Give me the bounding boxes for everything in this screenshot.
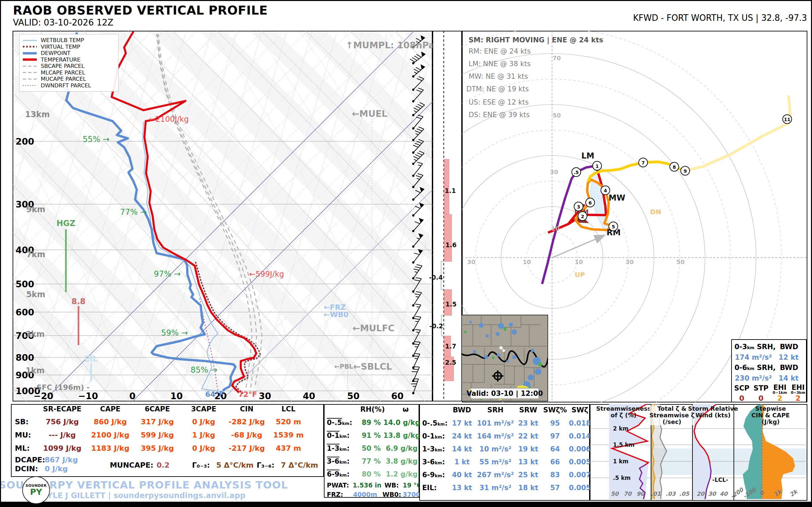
p2-x-tick: .05 bbox=[679, 491, 689, 497]
legend-item: WETBULB TEMP bbox=[23, 37, 115, 44]
kin-cell: 267 m²/s² bbox=[477, 471, 514, 479]
hodo-marker: 2 bbox=[578, 212, 588, 221]
srh6-bwd-header: BWD bbox=[780, 364, 798, 372]
hodo-marker: 6 bbox=[586, 198, 595, 208]
virtual-temp-line-icon bbox=[23, 45, 37, 48]
wetbulb-line-icon bbox=[23, 39, 37, 42]
mulfc-label: ←MULFC bbox=[353, 323, 395, 333]
storm-motion-main: SM: RIGHT MOVING | ENE @ 24 kts bbox=[469, 36, 603, 44]
thermo-cell: 520 m bbox=[276, 418, 301, 426]
sfc-temp-value: 72°F bbox=[239, 390, 257, 398]
pressure-tick: 500 bbox=[15, 279, 34, 289]
kin-cell: 0.005 bbox=[569, 484, 591, 492]
rh-header: RH(%) bbox=[360, 405, 385, 413]
storm-motion-line: RM: ENE @ 24 kts bbox=[469, 47, 531, 55]
kin-header: BWD bbox=[453, 406, 471, 414]
sounderpy-figure: RAOB OBSERVED VERTICAL PROFILE VALID: 03… bbox=[0, 0, 812, 507]
bar-value: -0.2 bbox=[429, 322, 443, 330]
lapse36-value: 7 Δ°C/km bbox=[281, 461, 318, 469]
kin-cell: 0.005 bbox=[569, 458, 591, 466]
lapse-label: 8.8 bbox=[71, 297, 86, 306]
thermo-cell: 1539 m bbox=[273, 431, 304, 439]
legend-item: SBCAPE PARCEL bbox=[23, 63, 115, 69]
thermo-cell: 860 J/kg bbox=[94, 418, 127, 426]
bar-value: 2.5 bbox=[445, 359, 456, 366]
km-axis-label: 2 km bbox=[613, 425, 628, 432]
kin-cell: 101 m²/s² bbox=[477, 419, 514, 427]
dcape-label: DCAPE: bbox=[15, 456, 45, 464]
kin-cell: 0.018 bbox=[569, 419, 591, 427]
rh-mr: 1.2 g/kg bbox=[386, 470, 418, 478]
logo-text-py: PY bbox=[23, 487, 49, 497]
kin-cell: 14 kt bbox=[452, 445, 472, 453]
hodo-marker: 11 bbox=[782, 114, 792, 124]
rh-row-label: 6-9km: bbox=[327, 470, 350, 478]
muncape-value: 0.2 bbox=[157, 461, 169, 469]
km-axis-label: .5 km bbox=[613, 474, 630, 481]
thermo-header: 3CAPE bbox=[191, 405, 216, 413]
thermo-cell: 2100 J/kg bbox=[91, 431, 130, 439]
ring-label: 10 bbox=[522, 259, 531, 266]
sblcl-label: ←SBLCL bbox=[353, 361, 392, 372]
rh-annotation: 97% → bbox=[154, 269, 181, 279]
km-axis-label: 1.5 km bbox=[613, 442, 635, 448]
ring-label: 50 bbox=[676, 259, 684, 266]
rh-row-label: 0-1km: bbox=[327, 432, 350, 440]
thermo-cell: 437 m bbox=[276, 444, 301, 452]
rh-mr: 6.9 g/kg bbox=[386, 444, 418, 452]
srh3-bwd-header: BWD bbox=[780, 343, 798, 351]
station-title: KFWD - FORT WORTH, TX US | 32.8, -97.3 bbox=[633, 13, 807, 23]
lapse03-value: 5 Δ°C/km bbox=[216, 461, 254, 469]
srh6-value: 230 m²/s² bbox=[735, 374, 772, 382]
storm-motion-line: LM: NNE @ 38 kts bbox=[469, 60, 530, 68]
rh-mr: 14.0 g/kg bbox=[384, 418, 420, 427]
x-tick: −10 bbox=[78, 391, 98, 401]
kin-cell: 97 bbox=[550, 432, 560, 440]
kin-header: SRW bbox=[519, 406, 537, 414]
kin-cell: 57 bbox=[550, 484, 560, 492]
thermo-header: LCL bbox=[282, 405, 295, 413]
hgz-label: HGZ bbox=[56, 219, 75, 228]
hodo-marker: .5 bbox=[571, 167, 581, 177]
kin-cell: 31 m²/s² bbox=[479, 484, 512, 492]
mlcape-line-icon bbox=[23, 71, 37, 74]
storm-motion-line: US: ESE @ 12 kts bbox=[469, 98, 528, 106]
cape-label-upper: ←2100J/kg bbox=[149, 115, 189, 123]
bar-value: -0.4 bbox=[429, 274, 443, 281]
cape-label-lower: ←599J/kg bbox=[249, 270, 284, 278]
lm-label: LM bbox=[581, 151, 594, 161]
legend-label: WETBULB TEMP bbox=[41, 37, 84, 43]
bottom-border-bar bbox=[1, 502, 812, 507]
frz-table-label: FRZ: bbox=[327, 491, 343, 498]
p1-x-tick: 50 bbox=[611, 491, 619, 497]
thermo-row-label: SB: bbox=[15, 418, 29, 426]
kin-cell: 164 m²/s² bbox=[477, 432, 514, 440]
thermo-cell: 317 J/kg bbox=[141, 418, 174, 426]
legend-item: DEWPOINT bbox=[23, 50, 115, 57]
p3-x-tick: 40 bbox=[720, 491, 727, 497]
thermo-cell: --- J/kg bbox=[49, 431, 76, 439]
rh-annotation: 77% → bbox=[120, 208, 147, 217]
legend-label: SBCAPE PARCEL bbox=[41, 63, 85, 69]
kin-cell: 10 m²/s² bbox=[479, 445, 512, 453]
x-tick: 30 bbox=[259, 391, 271, 401]
legend-label: DWNDRFT PARCEL bbox=[41, 82, 91, 89]
scp-value: 0 bbox=[739, 394, 744, 402]
rh-row-label: 0-.5km: bbox=[327, 418, 352, 427]
thermo-cell: 1099 J/kg bbox=[43, 444, 82, 452]
brand-credit: KYLE J GILLETT | sounderpysoundings.anvi… bbox=[41, 491, 246, 500]
kin-cell: 0.007 bbox=[569, 471, 591, 479]
kin-header: SRH bbox=[488, 406, 504, 414]
kin-header: SWζ% bbox=[543, 406, 567, 414]
kin-cell: 0.014 bbox=[569, 432, 591, 440]
wb-label: WB: bbox=[385, 482, 399, 489]
lapse36-label: Γ₃₋₆: bbox=[257, 461, 274, 469]
rh-row-label: 1-3km: bbox=[327, 444, 350, 452]
kin-cell: 13 kt bbox=[452, 484, 472, 492]
p1-x-tick: 70 bbox=[623, 491, 631, 497]
hodo-marker: 5 bbox=[609, 222, 618, 231]
kin-cell: 23 kt bbox=[518, 419, 539, 427]
x-tick: 60 bbox=[391, 391, 404, 401]
height-label: 5km bbox=[26, 290, 45, 299]
stp-header: STP bbox=[754, 384, 769, 392]
